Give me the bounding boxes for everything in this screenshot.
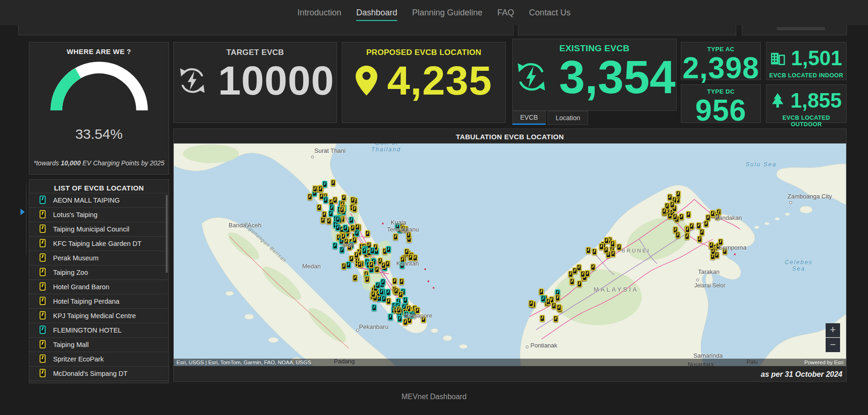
evcb-marker-yellow[interactable] (371, 291, 376, 298)
evcb-marker-teal[interactable] (379, 288, 384, 295)
evcb-marker-yellow[interactable] (604, 237, 609, 244)
evcb-marker-yellow[interactable] (357, 261, 362, 268)
evcb-location-list[interactable]: AEON MALL TAIPINGLotus's TaipingTaiping … (29, 193, 169, 383)
evcb-marker-teal[interactable] (388, 313, 393, 320)
evcb-marker-yellow[interactable] (392, 278, 397, 285)
evcb-marker-teal[interactable] (380, 279, 386, 286)
evcb-marker-teal[interactable] (335, 224, 340, 231)
list-item[interactable]: Spritzer EcoPark (29, 352, 169, 366)
evcb-marker-teal[interactable] (397, 315, 402, 322)
evcb-marker-teal[interactable] (372, 304, 377, 311)
evcb-marker-yellow[interactable] (332, 197, 338, 204)
evcb-marker-yellow[interactable] (393, 233, 398, 240)
evcb-marker-yellow[interactable] (312, 185, 318, 192)
evcb-marker-teal[interactable] (541, 295, 546, 302)
evcb-marker-yellow[interactable] (675, 231, 680, 238)
evcb-marker-teal[interactable] (409, 312, 414, 319)
evcb-marker-yellow[interactable] (352, 205, 357, 212)
evcb-marker-teal[interactable] (323, 197, 328, 204)
evcb-marker-yellow[interactable] (599, 243, 604, 250)
evcb-marker-yellow[interactable] (381, 262, 386, 269)
evcb-marker-yellow[interactable] (326, 218, 332, 225)
evcb-marker-yellow[interactable] (529, 300, 534, 307)
evcb-marker-yellow[interactable] (662, 208, 667, 215)
evcb-marker-yellow[interactable] (570, 278, 575, 285)
evcb-marker-yellow[interactable] (576, 264, 582, 271)
tab-evcb[interactable]: EVCB (512, 111, 546, 125)
evcb-marker-yellow[interactable] (685, 233, 690, 240)
evcb-marker-yellow[interactable] (398, 291, 403, 298)
zoom-in-button[interactable]: + (826, 323, 840, 337)
evcb-marker-yellow[interactable] (667, 194, 672, 201)
evcb-marker-teal[interactable] (332, 242, 338, 249)
evcb-marker-yellow[interactable] (393, 287, 399, 294)
evcb-marker-yellow[interactable] (568, 271, 573, 278)
evcb-marker-yellow[interactable] (369, 261, 374, 268)
evcb-marker-yellow[interactable] (718, 238, 723, 245)
evcb-marker-yellow[interactable] (408, 254, 413, 261)
evcb-marker-yellow[interactable] (685, 226, 690, 233)
evcb-marker-yellow[interactable] (722, 248, 727, 255)
evcb-marker-teal[interactable] (346, 261, 351, 268)
evcb-marker-yellow[interactable] (386, 298, 391, 305)
list-item[interactable]: Taiping Zoo (29, 265, 169, 279)
nav-item-dashboard[interactable]: Dashboard (356, 7, 397, 21)
evcb-marker-yellow[interactable] (714, 252, 719, 259)
nav-item-faq[interactable]: FAQ (497, 7, 514, 20)
list-item[interactable]: FLEMINGTON HOTEL (29, 323, 169, 337)
evcb-marker-yellow[interactable] (317, 204, 322, 211)
evcb-marker-yellow[interactable] (350, 197, 355, 204)
evcb-marker-yellow[interactable] (686, 211, 691, 218)
evcb-marker-yellow[interactable] (590, 264, 596, 271)
list-item[interactable]: Taiping Mall (29, 337, 169, 352)
evcb-marker-yellow[interactable] (540, 315, 545, 322)
evcb-marker-teal[interactable] (404, 311, 409, 318)
evcb-marker-yellow[interactable] (704, 220, 709, 227)
list-item[interactable]: KFC Taiping Lake Garden DT (29, 236, 169, 251)
evcb-marker-yellow[interactable] (709, 242, 714, 249)
list-item[interactable]: KPJ Taiping Medical Centre (29, 308, 169, 323)
evcb-map[interactable]: Gulf ofThailandSurat ThaniBanda AcehMeda… (174, 143, 846, 366)
evcb-marker-yellow[interactable] (339, 206, 345, 213)
evcb-marker-teal[interactable] (335, 216, 340, 223)
evcb-marker-yellow[interactable] (365, 230, 370, 237)
evcb-marker-yellow[interactable] (318, 185, 323, 192)
list-item[interactable]: Taiping Municipal Council (29, 222, 169, 236)
evcb-marker-yellow[interactable] (353, 274, 358, 281)
evcb-marker-yellow[interactable] (679, 213, 684, 220)
evcb-marker-yellow[interactable] (710, 210, 715, 217)
evcb-marker-yellow[interactable] (546, 298, 551, 305)
evcb-marker-teal[interactable] (328, 210, 333, 217)
evcb-marker-teal[interactable] (395, 223, 400, 230)
evcb-marker-yellow[interactable] (396, 306, 401, 313)
list-item[interactable]: Perak Museum (29, 251, 169, 265)
tab-location[interactable]: Location (548, 111, 588, 125)
evcb-marker-yellow[interactable] (699, 229, 705, 236)
evcb-marker-yellow[interactable] (350, 225, 355, 231)
evcb-marker-yellow[interactable] (400, 225, 406, 232)
evcb-marker-yellow[interactable] (555, 294, 560, 301)
evcb-marker-teal[interactable] (362, 247, 367, 254)
evcb-marker-teal[interactable] (339, 246, 345, 253)
evcb-marker-yellow[interactable] (399, 278, 404, 285)
evcb-marker-yellow[interactable] (331, 179, 336, 186)
evcb-marker-teal[interactable] (386, 246, 391, 253)
evcb-marker-yellow[interactable] (715, 213, 720, 220)
evcb-marker-yellow[interactable] (406, 231, 411, 238)
evcb-marker-teal[interactable] (386, 289, 391, 296)
evcb-marker-yellow[interactable] (365, 276, 370, 283)
evcb-marker-yellow[interactable] (670, 201, 675, 208)
evcb-marker-yellow[interactable] (586, 247, 591, 254)
evcb-marker-yellow[interactable] (610, 240, 615, 247)
evcb-marker-yellow[interactable] (697, 236, 702, 243)
evcb-marker-teal[interactable] (349, 217, 354, 224)
evcb-marker-yellow[interactable] (553, 315, 558, 322)
evcb-marker-yellow[interactable] (415, 307, 420, 314)
zoom-out-button[interactable]: − (826, 338, 840, 352)
evcb-marker-yellow[interactable] (577, 280, 582, 287)
list-item[interactable]: AEON MALL TAIPING (29, 193, 169, 207)
evcb-marker-yellow[interactable] (421, 316, 426, 323)
evcb-marker-yellow[interactable] (551, 302, 556, 309)
evcb-marker-yellow[interactable] (354, 252, 359, 259)
evcb-marker-yellow[interactable] (341, 263, 346, 270)
